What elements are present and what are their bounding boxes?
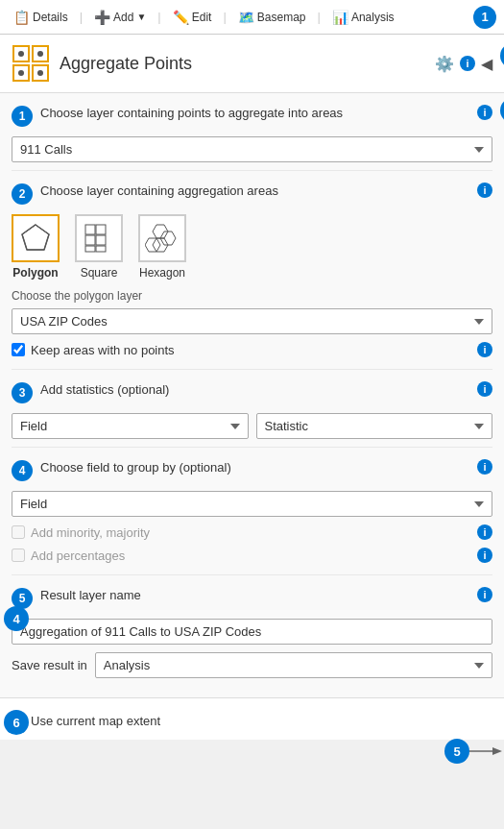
percentages-checkbox[interactable]: [12, 549, 25, 562]
toolbar-circle-btn[interactable]: 1: [473, 6, 496, 29]
step4-info-icon[interactable]: i: [477, 459, 492, 475]
toolbar-edit[interactable]: ✏️ Edit: [167, 7, 218, 28]
step2-header: 2 Choose layer containing aggregation ar…: [12, 183, 492, 205]
sep4: |: [318, 10, 321, 24]
area-type-hexagon[interactable]: Hexagon: [138, 214, 186, 280]
svg-marker-25: [492, 747, 502, 755]
section-step2: 2 Choose layer containing aggregation ar…: [12, 171, 492, 370]
svg-rect-18: [85, 246, 95, 252]
step4-field-select[interactable]: Field: [12, 491, 492, 517]
polygon-svg: [18, 221, 53, 256]
step3-label: Add statistics (optional): [40, 381, 469, 399]
main-panel: Aggregate Points ⚙️ i ◀ 1 Choose layer c…: [0, 35, 504, 740]
keep-areas-info-icon[interactable]: i: [477, 342, 492, 357]
step2-layer-select[interactable]: USA ZIP Codes: [12, 308, 492, 334]
step3-header: 3 Add statistics (optional) i: [12, 381, 492, 403]
save-result-select[interactable]: Analysis: [95, 652, 492, 678]
section-step4: 4 Choose field to group by (optional) i …: [12, 448, 492, 575]
step3-badge: 3: [12, 382, 33, 403]
step5-info-icon[interactable]: i: [477, 587, 492, 602]
section-step3: 3 Add statistics (optional) i Field Stat…: [12, 370, 492, 448]
app-container: 📋 Details | ➕ Add ▼ | ✏️ Edit | 🗺️ Basem…: [0, 0, 504, 740]
step1-info-icon[interactable]: i: [477, 105, 492, 120]
toolbar-basemap[interactable]: 🗺️ Basemap: [232, 7, 312, 28]
step1-layer-select[interactable]: 911 Calls: [12, 136, 492, 162]
bottom-section: Use current map extent: [0, 697, 504, 740]
keep-areas-checkbox[interactable]: [12, 343, 25, 356]
square-svg: [82, 221, 116, 256]
basemap-label: Basemap: [257, 11, 306, 24]
panel-header: Aggregate Points ⚙️ i ◀: [0, 35, 504, 93]
save-result-row: Save result in Analysis: [12, 652, 492, 678]
polygon-icon-wrapper: [12, 214, 60, 262]
step3-selects: Field Statistic: [12, 413, 492, 439]
svg-rect-17: [96, 235, 106, 245]
sep1: |: [80, 10, 83, 24]
basemap-icon: 🗺️: [238, 10, 254, 25]
svg-rect-15: [96, 225, 106, 234]
step4-badge: 4: [12, 460, 33, 481]
percentages-row: Add percentages i: [12, 548, 492, 563]
area-type-square[interactable]: Square: [75, 214, 123, 280]
svg-point-7: [37, 70, 43, 76]
add-label: Add: [113, 11, 133, 24]
area-type-polygon[interactable]: Polygon: [12, 214, 60, 280]
analysis-label: Analysis: [351, 11, 395, 24]
svg-rect-16: [85, 235, 95, 245]
svg-point-4: [18, 51, 24, 57]
panel-header-actions: ⚙️ i ◀: [435, 55, 492, 73]
sep3: |: [223, 10, 226, 24]
svg-rect-19: [96, 246, 106, 252]
step2-label: Choose layer containing aggregation area…: [40, 183, 469, 200]
percentages-label: Add percentages: [31, 549, 471, 563]
area-type-chooser: Polygon: [12, 214, 492, 280]
step5-header: 5 Result layer name i: [12, 587, 492, 609]
minority-majority-checkbox[interactable]: [12, 525, 25, 539]
step4-header: 4 Choose field to group by (optional) i: [12, 459, 492, 481]
svg-rect-14: [85, 225, 95, 234]
hexagon-icon-wrapper: [138, 214, 186, 262]
polygon-label: Polygon: [12, 266, 58, 280]
section-step5: 5 Result layer name i Save result in Ana…: [12, 575, 492, 686]
result-layer-name-input[interactable]: [12, 619, 492, 645]
save-result-label: Save result in: [12, 658, 87, 672]
edit-icon: ✏️: [173, 10, 189, 25]
sep2: |: [157, 10, 160, 24]
add-chevron-icon: ▼: [136, 12, 146, 22]
panel-body: 1 Choose layer containing points to aggr…: [0, 93, 504, 697]
step2-info-icon[interactable]: i: [477, 183, 492, 198]
step4-label: Choose field to group by (optional): [40, 459, 469, 476]
square-icon-wrapper: [75, 214, 123, 262]
square-label: Square: [81, 266, 118, 280]
toolbar-details[interactable]: 📋 Details: [8, 7, 74, 28]
details-label: Details: [33, 11, 68, 24]
toolbar-add[interactable]: ➕ Add ▼: [88, 7, 152, 28]
annotation-5: 5: [444, 739, 469, 764]
step1-header: 1 Choose layer containing points to aggr…: [12, 105, 492, 127]
svg-line-9: [36, 225, 49, 234]
step3-info-icon[interactable]: i: [477, 381, 492, 397]
step3-statistic-select[interactable]: Statistic: [256, 413, 493, 439]
minority-majority-info-icon[interactable]: i: [477, 524, 492, 540]
back-icon[interactable]: ◀: [481, 55, 492, 73]
panel-title: Aggregate Points: [60, 54, 435, 74]
settings-icon[interactable]: ⚙️: [435, 55, 454, 73]
toolbar-analysis[interactable]: 📊 Analysis: [326, 7, 400, 28]
current-extent-row: Use current map extent: [12, 714, 492, 728]
step5-label: Result layer name: [40, 587, 469, 604]
details-icon: 📋: [13, 10, 30, 25]
keep-areas-label: Keep areas with no points: [31, 343, 471, 357]
svg-line-13: [22, 225, 36, 234]
aggregate-points-icon: [12, 44, 50, 83]
minority-majority-label: Add minority, majority: [31, 525, 471, 540]
header-info-icon[interactable]: i: [460, 56, 475, 71]
annotation-4: 4: [4, 606, 29, 631]
minority-majority-row: Add minority, majority i: [12, 524, 492, 540]
keep-areas-row: Keep areas with no points i: [12, 342, 492, 357]
percentages-info-icon[interactable]: i: [477, 548, 492, 563]
analysis-icon: 📊: [332, 10, 348, 25]
toolbar: 📋 Details | ➕ Add ▼ | ✏️ Edit | 🗺️ Basem…: [0, 0, 504, 35]
step1-label: Choose layer containing points to aggreg…: [40, 105, 469, 122]
step3-field-select[interactable]: Field: [12, 413, 249, 439]
svg-line-12: [22, 234, 27, 250]
